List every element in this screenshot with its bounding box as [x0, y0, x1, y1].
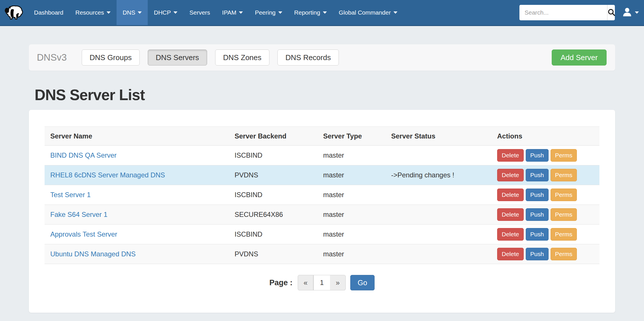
chevron-down-icon [138, 11, 142, 14]
page-title: DNS Server List [35, 86, 615, 104]
perms-button[interactable]: Perms [551, 228, 577, 241]
server-name-link[interactable]: Ubuntu DNS Managed DNS [50, 250, 136, 258]
chevron-down-icon [173, 11, 177, 14]
table-row: Test Server 1ISCBINDmasterDeletePushPerm… [45, 185, 599, 205]
server-status [385, 185, 491, 205]
server-status [385, 146, 491, 165]
tab-dns-records[interactable]: DNS Records [277, 49, 339, 66]
server-backend: PVDNS [229, 244, 317, 264]
nav-item-dhcp[interactable]: DHCP [148, 0, 183, 25]
prev-page-button[interactable]: « [298, 275, 313, 290]
actions-cell: DeletePushPerms [491, 244, 599, 264]
nav-item-label: Global Commander [339, 9, 391, 16]
server-name-link[interactable]: Approvals Test Server [50, 230, 117, 238]
column-header-server-backend: Server Backend [229, 127, 317, 146]
push-button[interactable]: Push [526, 149, 549, 162]
server-backend: ISCBIND [229, 185, 317, 205]
add-server-button[interactable]: Add Server [552, 49, 607, 66]
push-button[interactable]: Push [526, 248, 549, 260]
server-type: master [317, 185, 385, 205]
dns-toolbar: DNSv3 DNS GroupsDNS ServersDNS ZonesDNS … [29, 44, 615, 71]
push-button[interactable]: Push [526, 208, 549, 221]
nav-item-resources[interactable]: Resources [69, 0, 117, 25]
search-group [519, 5, 615, 20]
nav-item-label: Resources [75, 9, 104, 16]
server-type: master [317, 205, 385, 225]
nav-item-label: DNS [123, 9, 135, 16]
delete-button[interactable]: Delete [497, 189, 524, 201]
search-input[interactable] [519, 5, 607, 20]
brand-logo[interactable] [0, 0, 28, 25]
push-button[interactable]: Push [526, 189, 549, 201]
server-backend: SECURE64X86 [229, 205, 317, 225]
server-type: master [317, 165, 385, 185]
column-header-server-name: Server Name [45, 127, 229, 146]
server-status [385, 225, 491, 244]
column-header-server-type: Server Type [317, 127, 385, 146]
nav-item-label: Servers [189, 9, 210, 16]
server-backend: ISCBIND [229, 146, 317, 165]
delete-button[interactable]: Delete [497, 248, 524, 260]
tab-dns-groups[interactable]: DNS Groups [82, 49, 140, 66]
top-navbar: DashboardResourcesDNSDHCPServersIPAMPeer… [0, 0, 644, 26]
pagination-label: Page : [269, 278, 293, 287]
delete-button[interactable]: Delete [497, 149, 524, 162]
server-status [385, 205, 491, 225]
user-icon [622, 7, 632, 18]
tab-dns-servers[interactable]: DNS Servers [148, 49, 207, 66]
tapir-logo-icon [4, 4, 24, 21]
server-status: ->Pending changes ! [385, 165, 491, 185]
server-name-link[interactable]: Test Server 1 [50, 191, 91, 199]
nav-item-reporting[interactable]: Reporting [288, 0, 333, 25]
nav-item-global-commander[interactable]: Global Commander [333, 0, 403, 25]
actions-cell: DeletePushPerms [491, 165, 599, 185]
server-name-link[interactable]: BIND DNS QA Server [50, 151, 117, 159]
go-button[interactable]: Go [350, 275, 375, 290]
actions-cell: DeletePushPerms [491, 146, 599, 165]
table-row: Ubuntu DNS Managed DNSPVDNSmasterDeleteP… [45, 244, 599, 264]
perms-button[interactable]: Perms [551, 208, 577, 221]
chevron-down-icon [278, 11, 282, 14]
perms-button[interactable]: Perms [551, 189, 577, 201]
nav-item-dashboard[interactable]: Dashboard [28, 0, 69, 25]
nav-item-dns[interactable]: DNS [117, 0, 148, 25]
chevron-down-icon [323, 11, 327, 14]
actions-cell: DeletePushPerms [491, 205, 599, 225]
perms-button[interactable]: Perms [551, 169, 577, 181]
search-icon [607, 8, 615, 17]
dns-server-table: Server NameServer BackendServer TypeServ… [45, 126, 599, 264]
delete-button[interactable]: Delete [497, 208, 524, 221]
delete-button[interactable]: Delete [497, 228, 524, 241]
nav-item-label: IPAM [222, 9, 236, 16]
push-button[interactable]: Push [526, 228, 549, 241]
tab-dns-zones[interactable]: DNS Zones [215, 49, 269, 66]
nav-item-label: DHCP [154, 9, 171, 16]
perms-button[interactable]: Perms [551, 149, 577, 162]
perms-button[interactable]: Perms [551, 248, 577, 260]
table-row: RHEL8 6cDNS Server Managed DNSPVDNSmaste… [45, 165, 599, 185]
server-status [385, 244, 491, 264]
server-type: master [317, 146, 385, 165]
server-type: master [317, 225, 385, 244]
nav-item-servers[interactable]: Servers [183, 0, 216, 25]
table-row: Fake S64 Server 1SECURE64X86masterDelete… [45, 205, 599, 225]
server-name-link[interactable]: Fake S64 Server 1 [50, 211, 107, 218]
column-header-actions: Actions [491, 127, 599, 146]
push-button[interactable]: Push [526, 169, 549, 181]
server-backend: PVDNS [229, 165, 317, 185]
user-menu[interactable] [622, 7, 639, 18]
nav-item-peering[interactable]: Peering [249, 0, 288, 25]
page-number-input[interactable] [313, 275, 330, 290]
next-page-button[interactable]: » [330, 275, 346, 290]
pagination: Page : « » Go [45, 275, 599, 290]
server-name-link[interactable]: RHEL8 6cDNS Server Managed DNS [50, 171, 165, 179]
chevron-down-icon [393, 11, 397, 14]
search-button[interactable] [607, 5, 615, 20]
nav-item-label: Reporting [294, 9, 320, 16]
server-type: master [317, 244, 385, 264]
chevron-down-icon [107, 11, 111, 14]
delete-button[interactable]: Delete [497, 169, 524, 181]
chevron-down-icon [635, 11, 639, 14]
nav-item-ipam[interactable]: IPAM [216, 0, 249, 25]
page-button-group: « » [298, 275, 346, 290]
